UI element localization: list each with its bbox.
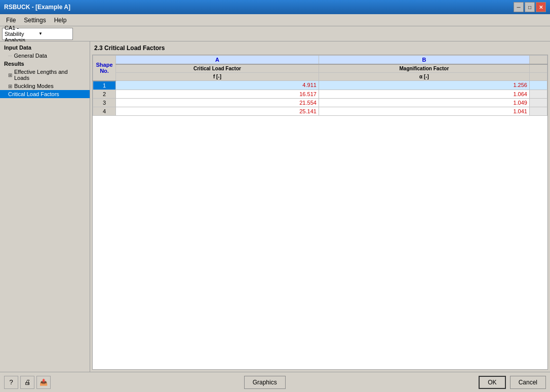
help-icon: ? xyxy=(9,378,13,386)
left-panel: Input Data ··· General Data Results ⊞ Ef… xyxy=(0,41,90,372)
ok-label: OK xyxy=(488,379,496,386)
menu-bar: File Settings Help xyxy=(0,14,550,26)
tree-item-buckling-modes[interactable]: ⊞ Buckling Modes xyxy=(0,82,90,90)
column-header-row: ShapeNo. A B xyxy=(93,56,547,65)
empty-unit-header xyxy=(529,73,547,81)
app-title: RSBUCK - [Example A] xyxy=(4,4,70,11)
menu-help[interactable]: Help xyxy=(50,16,71,25)
magnification-factor-cell: 1.049 xyxy=(319,98,529,107)
main-layout: Input Data ··· General Data Results ⊞ Ef… xyxy=(0,41,550,372)
print-icon: 🖨 xyxy=(24,378,31,386)
tree-label-general-data: General Data xyxy=(14,53,47,59)
table-row[interactable]: 216.5171.064 xyxy=(93,90,547,98)
empty-cell xyxy=(529,90,547,98)
magnification-factor-cell: 1.064 xyxy=(319,90,529,98)
close-button[interactable]: ✕ xyxy=(536,2,546,12)
graphics-button[interactable]: Graphics xyxy=(244,376,286,389)
sub-header-row: Critical Load Factor Magnification Facto… xyxy=(93,64,547,73)
expand-icon-2: ⊞ xyxy=(8,83,12,89)
dropdown-value: CA1 - Stability Analysis xyxy=(5,25,36,43)
col-b-unit: α [-] xyxy=(319,73,529,81)
empty-sub-header xyxy=(529,64,547,73)
section-title: 2.3 Critical Load Factors xyxy=(92,43,548,55)
bottom-bar: ? 🖨 📤 Graphics OK Cancel xyxy=(0,372,550,392)
cancel-label: Cancel xyxy=(519,379,537,386)
print-button[interactable]: 🖨 xyxy=(20,376,34,389)
toolbar: CA1 - Stability Analysis ▼ xyxy=(0,26,550,41)
tree-label-critical-load-factors: Critical Load Factors xyxy=(8,91,59,97)
empty-cell xyxy=(529,98,547,107)
menu-settings[interactable]: Settings xyxy=(20,16,50,25)
table-row[interactable]: 321.5541.049 xyxy=(93,98,547,107)
help-button[interactable]: ? xyxy=(4,376,18,389)
col-a-header: A xyxy=(116,56,319,65)
table-container: ShapeNo. A B Critical Load Factor Magnif… xyxy=(92,55,548,370)
graphics-label: Graphics xyxy=(253,379,277,386)
expand-icon: ⊞ xyxy=(8,72,12,78)
bottom-center-actions: Graphics xyxy=(244,376,286,389)
critical-load-factor-cell: 21.554 xyxy=(116,98,319,107)
menu-file[interactable]: File xyxy=(2,16,20,25)
tree-item-critical-load-factors[interactable]: Critical Load Factors xyxy=(0,90,90,98)
table-row[interactable]: 14.9111.256 xyxy=(93,81,547,90)
title-bar-left: RSBUCK - [Example A] xyxy=(4,4,70,11)
chevron-down-icon: ▼ xyxy=(38,31,70,36)
tree-label-buckling-modes: Buckling Modes xyxy=(14,83,54,89)
empty-cell xyxy=(529,107,547,115)
title-bar-controls: ─ □ ✕ xyxy=(514,2,546,12)
shape-no-cell: 3 xyxy=(93,98,116,107)
tree-item-general-data[interactable]: ··· General Data xyxy=(0,52,90,60)
export-icon: 📤 xyxy=(40,378,48,386)
critical-load-factor-cell: 4.911 xyxy=(116,81,319,90)
maximize-button[interactable]: □ xyxy=(525,2,535,12)
magnification-factor-cell: 1.041 xyxy=(319,107,529,115)
export-button[interactable]: 📤 xyxy=(36,376,51,389)
minimize-button[interactable]: ─ xyxy=(514,2,524,12)
shape-no-cell: 1 xyxy=(93,81,116,90)
empty-col-header xyxy=(529,56,547,65)
unit-header-row: f [-] α [-] xyxy=(93,73,547,81)
shape-no-cell: 4 xyxy=(93,107,116,115)
shape-no-cell: 2 xyxy=(93,90,116,98)
tree-item-effective-lengths[interactable]: ⊞ Effective Lengths and Loads xyxy=(0,68,90,82)
critical-load-factor-cell: 16.517 xyxy=(116,90,319,98)
bottom-left-icons: ? 🖨 📤 xyxy=(4,376,51,389)
critical-load-factor-cell: 25.141 xyxy=(116,107,319,115)
table-body: 14.9111.256216.5171.064321.5541.049425.1… xyxy=(93,81,547,116)
col-a-unit: f [-] xyxy=(116,73,319,81)
col-b-label: Magnification Factor xyxy=(319,64,529,73)
analysis-dropdown[interactable]: CA1 - Stability Analysis ▼ xyxy=(2,28,73,40)
ok-button[interactable]: OK xyxy=(479,376,505,389)
results-header: Results xyxy=(0,60,90,68)
input-data-header: Input Data xyxy=(0,43,90,52)
title-bar: RSBUCK - [Example A] ─ □ ✕ xyxy=(0,0,550,14)
empty-cell xyxy=(529,81,547,90)
bottom-right-actions: OK Cancel xyxy=(479,376,546,389)
table-row[interactable]: 425.1411.041 xyxy=(93,107,547,115)
dots-icon: ··· xyxy=(8,53,12,58)
col-b-header: B xyxy=(319,56,529,65)
cancel-button[interactable]: Cancel xyxy=(510,376,546,389)
col-a-label: Critical Load Factor xyxy=(116,64,319,73)
magnification-factor-cell: 1.256 xyxy=(319,81,529,90)
shape-no-col-header: ShapeNo. xyxy=(93,56,116,81)
critical-load-factors-table: ShapeNo. A B Critical Load Factor Magnif… xyxy=(93,55,547,116)
tree-label-effective-lengths: Effective Lengths and Loads xyxy=(14,69,82,81)
content-panel: 2.3 Critical Load Factors ShapeNo. A B C… xyxy=(90,41,550,372)
